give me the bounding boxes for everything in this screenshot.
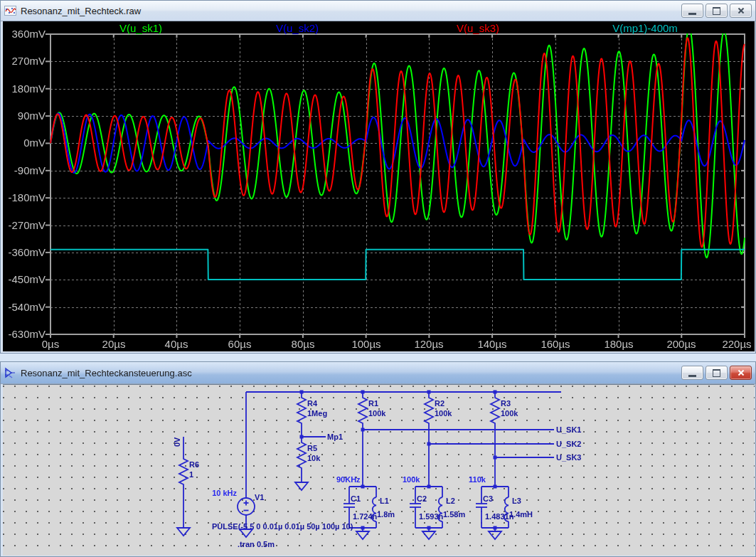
label-L3[interactable]: L3	[512, 497, 521, 505]
y-tick-label: 270mV	[4, 55, 46, 67]
x-tick-label: 120µs	[410, 339, 448, 350]
trace-label-V(u_sk1)[interactable]: V(u_sk1)	[119, 22, 162, 34]
junction-dot	[494, 456, 497, 460]
ground-symbol[interactable]	[489, 531, 501, 539]
x-tick-label: 220µs	[718, 339, 756, 350]
x-tick-label: 20µs	[97, 339, 130, 350]
comment-resonance-freq[interactable]: 110k	[469, 475, 486, 484]
restore-button[interactable]	[706, 366, 728, 380]
label-R3[interactable]: R3	[501, 399, 511, 408]
junction-dot	[427, 526, 431, 530]
label-R5[interactable]: R5	[307, 444, 317, 452]
trace-label-V(mp1)-400m[interactable]: V(mp1)-400m	[612, 22, 678, 34]
value-C1[interactable]: 1.724n	[353, 512, 378, 521]
waveform-file-icon	[4, 5, 16, 16]
x-tick-label: 0µs	[37, 339, 64, 350]
value-R6[interactable]: 1	[189, 470, 193, 479]
x-tick-label: 160µs	[536, 339, 575, 350]
value-R4[interactable]: 1Meg	[307, 409, 327, 418]
restore-icon	[713, 7, 720, 15]
ground-symbol[interactable]	[177, 528, 190, 536]
y-tick-label: 360mV	[4, 28, 46, 40]
comment-resonance-freq[interactable]: 90KHz	[336, 475, 361, 484]
junction-dot	[361, 526, 365, 530]
value-R5[interactable]: 10k	[307, 454, 321, 462]
junction-dot	[427, 391, 431, 394]
close-icon	[737, 368, 745, 377]
x-tick-label: 80µs	[287, 339, 319, 350]
net-label-U_SK1[interactable]: U_SK1	[556, 425, 581, 434]
label-R4[interactable]: R4	[307, 399, 318, 408]
close-icon	[737, 6, 745, 15]
y-tick-label: -540mV	[4, 302, 46, 313]
pulse-spec[interactable]: PULSE(-5 5 0 0.01µ 0.01µ 50µ 100µ 10)	[212, 522, 353, 531]
trace-label-V(u_sk3)[interactable]: V(u_sk3)	[457, 22, 499, 34]
junction-dot	[494, 485, 497, 489]
y-tick-label: -90mV	[4, 165, 46, 176]
resistor-R5[interactable]: R510k	[297, 437, 321, 474]
waveform-plot-area[interactable]: V(u_sk1)V(u_sk2)V(u_sk3)V(mp1)-400m 360m…	[3, 21, 755, 351]
label-R2[interactable]: R2	[435, 399, 444, 408]
close-button[interactable]	[730, 4, 752, 18]
value-L3[interactable]: 1.4mH	[509, 510, 533, 519]
schematic-window: Resonanz_mit_Rechteckansteuerung.asc R41…	[0, 361, 756, 557]
net-label-U_SK2[interactable]: U_SK2	[556, 440, 581, 448]
junction-dot	[300, 391, 304, 394]
label-C2[interactable]: C2	[417, 494, 427, 503]
x-tick-label: 60µs	[223, 339, 256, 350]
resistor-R6[interactable]: R61	[179, 453, 199, 491]
waveform-window: Resonanz_mit_Rechteck.raw V(u_sk1)V(u_sk…	[0, 0, 756, 354]
y-tick-label: 0mV	[4, 137, 46, 149]
tank-C2-L2[interactable]: C21.593nL21.58m	[410, 487, 465, 531]
ground-symbol[interactable]	[295, 482, 308, 490]
resistor-R2[interactable]: R2100k	[425, 392, 452, 444]
close-button[interactable]	[730, 366, 752, 380]
comment-drive-freq[interactable]: 10 kHz	[212, 489, 237, 497]
x-tick-label: 140µs	[473, 339, 511, 350]
schematic-window-title: Resonanz_mit_Rechteckansteuerung.asc	[21, 368, 192, 378]
value-L2[interactable]: 1.58m	[443, 510, 465, 519]
schematic-titlebar[interactable]: Resonanz_mit_Rechteckansteuerung.asc	[1, 362, 755, 384]
waveform-canvas[interactable]	[3, 21, 755, 351]
net-label-U_SK3[interactable]: U_SK3	[556, 453, 581, 462]
label-C3[interactable]: C3	[483, 494, 493, 503]
directive-tran[interactable]: .tran 0.5m	[238, 540, 275, 548]
trace-label-V(u_sk2)[interactable]: V(u_sk2)	[276, 22, 319, 34]
value-R3[interactable]: 100k	[501, 409, 518, 418]
schematic-canvas-area[interactable]: R41MegR510kR1100kR2100kR3100kR61C11.724n…	[3, 384, 755, 556]
label-R6[interactable]: R6	[189, 460, 199, 469]
y-tick-label: -450mV	[4, 274, 46, 285]
value-R2[interactable]: 100k	[435, 409, 452, 418]
value-C2[interactable]: 1.593n	[419, 512, 444, 521]
label-V1[interactable]: V1	[255, 493, 264, 502]
junction-dot	[361, 428, 365, 432]
resistor-R3[interactable]: R3100k	[491, 392, 518, 457]
label-L2[interactable]: L2	[446, 497, 455, 505]
x-tick-label: 200µs	[662, 339, 701, 350]
ltspice-mdi-workspace: { "windows": { "plot": { "title": "Reson…	[0, 0, 756, 557]
label-R1[interactable]: R1	[368, 399, 378, 408]
junction-dot	[494, 391, 497, 394]
label-L1[interactable]: L1	[380, 497, 389, 505]
ground-symbol[interactable]	[422, 531, 435, 539]
value-L1[interactable]: 1.8m	[377, 510, 395, 519]
y-tick-label: 180mV	[4, 83, 46, 95]
y-tick-label: -270mV	[4, 220, 46, 231]
resistor-R1[interactable]: R1100k	[358, 392, 386, 430]
waveform-window-title: Resonanz_mit_Rechteck.raw	[21, 6, 141, 16]
waveform-titlebar[interactable]: Resonanz_mit_Rechteck.raw	[1, 1, 755, 21]
minimize-button[interactable]	[681, 4, 703, 18]
net-label-Mp1[interactable]: Mp1	[327, 433, 343, 441]
value-R1[interactable]: 100k	[368, 409, 386, 418]
comment-resonance-freq[interactable]: 100k	[403, 475, 420, 484]
ground-symbol[interactable]	[356, 531, 369, 539]
restore-button[interactable]	[706, 4, 728, 18]
x-tick-label: 100µs	[347, 339, 385, 350]
resistor-R4[interactable]: R41Meg	[297, 392, 327, 437]
tank-C3-L3[interactable]: C31.4831nL31.4mH	[476, 487, 533, 531]
net-label-0V[interactable]: 0V	[173, 437, 181, 447]
voltage-source-V1[interactable]: V1	[238, 493, 264, 515]
label-C1[interactable]: C1	[351, 494, 361, 503]
schematic-drawing[interactable]: R41MegR510kR1100kR2100kR3100kR61C11.724n…	[3, 385, 755, 556]
minimize-button[interactable]	[681, 366, 703, 380]
